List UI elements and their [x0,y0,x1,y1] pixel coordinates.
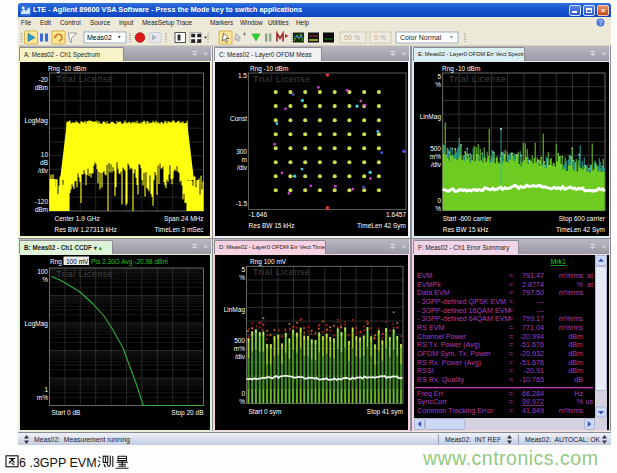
svg-text:=: = [509,340,513,349]
svg-text:Pts 2.30G Avg -20.98 dBm: Pts 2.30G Avg -20.98 dBm [91,258,168,266]
svg-text:Center 1.9 GHz: Center 1.9 GHz [55,215,100,222]
svg-text:=: = [509,375,513,384]
svg-text:TimeLen 42 Sym: TimeLen 42 Sym [556,226,605,234]
svg-text:LinMag: LinMag [224,306,246,314]
svg-text:Mrk1: Mrk1 [550,258,566,265]
svg-text:-1.646: -1.646 [249,211,268,218]
svg-text:m: m [242,156,247,163]
svg-text:Common Tracking Error: Common Tracking Error [417,406,494,415]
svg-text:-51.676: -51.676 [520,358,544,367]
svg-text:500: 500 [430,145,441,152]
svg-text:- 3GPP-defined 64QAM EVM: - 3GPP-defined 64QAM EVM [417,314,510,323]
svg-text:2.8774: 2.8774 [522,280,544,289]
svg-text:m%rms: m%rms [559,314,584,323]
svg-text:500: 500 [234,337,245,344]
svg-text:/div: /div [431,161,442,168]
svg-text:-20: -20 [39,76,49,83]
svg-text:Start 0 sym: Start 0 sym [249,408,282,416]
svg-text:LogMag: LogMag [25,117,49,125]
svg-text:-1.5: -1.5 [236,200,248,207]
svg-text:=: = [509,406,513,415]
svg-text:Rng -10 dBm: Rng -10 dBm [250,65,288,73]
svg-text:dBm: dBm [35,84,48,91]
svg-text:m%: m% [37,394,48,401]
svg-text:%: % [42,276,48,283]
svg-text:Color Normal: Color Normal [400,34,442,41]
svg-text:Res BW 1.27313 kHz: Res BW 1.27313 kHz [55,226,117,233]
svg-text:Freq Err: Freq Err [417,389,444,398]
svg-text:=: = [509,358,513,367]
svg-text:0: 0 [241,390,245,397]
svg-text:Trial License: Trial License [253,74,310,84]
svg-text:Rng 100 mV: Rng 100 mV [250,258,287,266]
svg-text:RS Rx. Power (Avg): RS Rx. Power (Avg) [417,358,481,367]
svg-text:-120: -120 [35,198,48,205]
svg-text:m%: m% [430,153,441,160]
svg-text:Stop 20 dB: Stop 20 dB [171,409,203,417]
svg-text:Trial License: Trial License [56,269,113,279]
svg-text:TimeLen 3 mSec: TimeLen 3 mSec [155,226,205,233]
svg-text:41.649: 41.649 [522,406,544,415]
svg-text:---: --- [537,297,545,306]
svg-text:Hz: Hz [574,389,583,398]
svg-text:RS EVM: RS EVM [417,323,445,332]
svg-text:- 3GPP-defined QPSK EVM: - 3GPP-defined QPSK EVM [417,297,506,306]
svg-text:6 .3GPP EVM: 6 .3GPP EVM [19,456,97,470]
svg-text:Rng -10 dBm: Rng -10 dBm [48,65,86,73]
svg-text:Stop 600 carrier: Stop 600 carrier [559,215,606,223]
svg-text:TimeLen 42 Sym: TimeLen 42 Sym [357,222,406,230]
svg-text:Res BW 15 kHz: Res BW 15 kHz [249,222,295,229]
svg-text:/div: /div [38,167,49,174]
svg-text:0: 0 [437,197,441,204]
svg-text:50 %: 50 % [344,34,360,41]
svg-text:LinMag: LinMag [420,113,442,121]
svg-text:Trial License: Trial License [449,74,506,84]
svg-text:/div: /div [237,164,248,171]
svg-text:1.5: 1.5 [238,72,247,79]
svg-text:%: % [239,398,245,405]
svg-text:100 mV: 100 mV [66,258,89,265]
svg-text:0 %: 0 % [374,34,386,41]
svg-text:=: = [509,280,513,289]
svg-text:LogMag: LogMag [25,320,49,328]
svg-text:Const: Const [230,115,247,122]
svg-text:10: 10 [41,151,49,158]
svg-text:Rng -10 dBm: Rng -10 dBm [442,65,480,73]
svg-text:Trial License: Trial License [56,74,113,84]
svg-text:RS Tx. Power (Avg): RS Tx. Power (Avg) [417,340,480,349]
svg-text:Rng: Rng [50,258,62,266]
svg-text:m%: m% [234,345,245,352]
svg-text:5: 5 [437,73,441,80]
svg-text:Trial License: Trial License [253,267,310,277]
svg-text:dBm: dBm [568,358,583,367]
svg-text:Stop 41 sym: Stop 41 sym [367,408,403,416]
svg-text:Span 24 MHz: Span 24 MHz [164,215,203,223]
svg-text:-10.765: -10.765 [520,375,544,384]
svg-text:EVMPk: EVMPk [417,280,441,289]
svg-text:771.04: 771.04 [522,323,544,332]
svg-text:/div: /div [235,353,246,360]
svg-text:%: % [239,274,245,281]
svg-text:RS Rx. Quality: RS Rx. Quality [417,375,465,384]
svg-text:us: us [585,397,593,406]
svg-text:799.17: 799.17 [522,314,544,323]
svg-text:1.6457: 1.6457 [386,211,406,218]
svg-text:dB: dB [574,375,583,384]
svg-text:%: % [435,81,441,88]
svg-text:=: = [509,323,513,332]
svg-text:=: = [509,314,513,323]
svg-text:100: 100 [37,268,48,275]
svg-text:=: = [509,389,513,398]
svg-text:=: = [509,297,513,306]
svg-text:66.284: 66.284 [522,389,544,398]
svg-text:dBm: dBm [568,340,583,349]
svg-text:dBm: dBm [35,206,48,213]
svg-text:Meas02: Meas02 [87,34,112,41]
svg-text:Res BW 15 kHz: Res BW 15 kHz [443,226,489,233]
svg-text:m%rms: m%rms [559,323,584,332]
svg-text:Start -600 carrier: Start -600 carrier [443,215,493,222]
svg-text:300: 300 [236,148,247,155]
svg-text:at: at [587,280,593,289]
svg-text:m%rms: m%rms [559,288,584,297]
svg-text:?: ? [599,19,603,26]
